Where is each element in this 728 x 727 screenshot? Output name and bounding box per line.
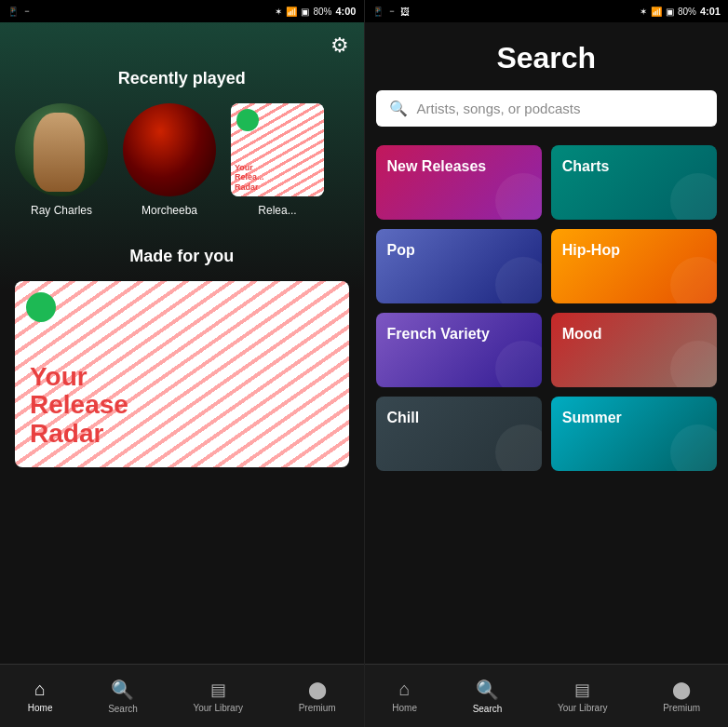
release-label: Relea...	[258, 204, 296, 217]
spotify-logo-radar	[26, 292, 56, 322]
search-icon-right: 🔍	[476, 679, 499, 701]
search-bar-placeholder: Artists, songs, or podcasts	[417, 101, 581, 116]
nav-label-search-left: Search	[108, 704, 138, 714]
left-main-content: ⚙ Recently played Ray Charles Morcheeba …	[0, 22, 364, 664]
nav-home-right[interactable]: ⌂ Home	[392, 679, 417, 713]
home-icon-left: ⌂	[34, 679, 46, 700]
time-right: 4:01	[700, 6, 721, 17]
cat-deco-pop	[495, 257, 542, 303]
category-label-hiphop: Hip-Hop	[562, 242, 620, 259]
wifi-icon: 📶	[286, 7, 297, 17]
made-for-you-section: Made for you Your Release Radar	[0, 247, 364, 467]
nav-premium-right[interactable]: ⬤ Premium	[663, 680, 700, 713]
right-main-content: Search 🔍 Artists, songs, or podcasts New…	[365, 22, 729, 664]
signal-icon: ▣	[301, 7, 309, 17]
nav-label-search-right: Search	[473, 704, 503, 714]
artist-name-morcheeba: Morcheeba	[142, 204, 197, 217]
category-french-variety[interactable]: French Variety	[376, 313, 542, 387]
cat-deco-french	[495, 341, 542, 387]
battery-left: 80%	[313, 7, 331, 17]
search-icon-left: 🔍	[111, 679, 134, 701]
recently-played-title: Recently played	[0, 69, 364, 88]
made-for-you-title: Made for you	[15, 247, 349, 266]
wifi-icon-right: 📶	[651, 7, 662, 17]
category-chill[interactable]: Chill	[376, 397, 542, 471]
release-radar-card[interactable]: Your Release Radar	[15, 281, 349, 467]
bluetooth-icon-right: ✶	[640, 7, 647, 17]
status-bar-left: 📱 － ✶ 📶 ▣ 80% 4:00	[0, 0, 364, 22]
cat-deco-hiphop	[670, 257, 717, 303]
search-bar[interactable]: 🔍 Artists, songs, or podcasts	[376, 90, 718, 127]
nav-search-right[interactable]: 🔍 Search	[473, 679, 503, 714]
bottom-nav-left: ⌂ Home 🔍 Search ▤ Your Library ⬤ Premium	[0, 664, 364, 727]
premium-icon-right: ⬤	[672, 680, 691, 700]
spotify-logo-small	[236, 109, 259, 131]
nav-label-premium-right: Premium	[663, 703, 700, 713]
search-page-title: Search	[376, 41, 718, 75]
category-label-french: French Variety	[387, 326, 490, 343]
nav-premium-left[interactable]: ⬤ Premium	[299, 680, 336, 713]
search-bar-icon: 🔍	[389, 100, 408, 117]
categories-grid: New Releases Charts Pop Hip-Hop French V…	[376, 145, 718, 471]
artist-card-release[interactable]: YourRelea...Radar Relea...	[231, 103, 324, 217]
artist-name-ray: Ray Charles	[31, 204, 92, 217]
artist-card-ray[interactable]: Ray Charles	[15, 103, 108, 217]
nav-label-home-right: Home	[392, 703, 417, 713]
category-pop[interactable]: Pop	[376, 229, 542, 303]
category-label-chill: Chill	[387, 410, 420, 426]
category-label-mood: Mood	[562, 326, 602, 343]
category-label-new-releases: New Releases	[387, 158, 487, 175]
nav-label-library-left: Your Library	[193, 703, 243, 713]
category-hiphop[interactable]: Hip-Hop	[551, 229, 717, 303]
nav-library-left[interactable]: ▤ Your Library	[193, 680, 243, 713]
battery-right: 80%	[678, 7, 696, 17]
left-phone-panel: 📱 － ✶ 📶 ▣ 80% 4:00 ⚙ Recently played Ray…	[0, 0, 364, 727]
library-icon-right: ▤	[574, 680, 590, 700]
cat-deco-chill	[495, 424, 542, 471]
settings-icon[interactable]: ⚙	[330, 34, 349, 58]
artist-avatar-ray	[15, 103, 108, 196]
artist-card-morcheeba[interactable]: Morcheeba	[123, 103, 216, 217]
bottom-nav-right: ⌂ Home 🔍 Search ▤ Your Library ⬤ Premium	[365, 664, 729, 727]
premium-icon-left: ⬤	[308, 680, 327, 700]
nav-label-library-right: Your Library	[558, 703, 608, 713]
left-header: ⚙	[0, 22, 364, 61]
category-label-pop: Pop	[387, 242, 415, 259]
minus-icon: －	[22, 5, 32, 18]
notification-icon: 📱	[7, 7, 19, 17]
status-bar-right: 📱 － 🖼 ✶ 📶 ▣ 80% 4:01	[365, 0, 729, 22]
signal-icon-right: ▣	[666, 7, 674, 17]
nav-library-right[interactable]: ▤ Your Library	[558, 680, 608, 713]
cat-deco-charts	[670, 173, 717, 220]
nav-home-left[interactable]: ⌂ Home	[28, 679, 53, 713]
cat-deco-mood	[670, 341, 717, 387]
time-left: 4:00	[335, 6, 356, 17]
release-radar-title: Your Release Radar	[30, 363, 128, 449]
category-mood[interactable]: Mood	[551, 313, 717, 387]
category-new-releases[interactable]: New Releases	[376, 145, 542, 220]
nav-label-home-left: Home	[28, 703, 53, 713]
category-summer[interactable]: Summer	[551, 397, 717, 471]
cat-deco-summer	[670, 424, 717, 471]
home-icon-right: ⌂	[399, 679, 411, 700]
category-charts[interactable]: Charts	[551, 145, 717, 220]
minus-icon-right: －	[387, 5, 397, 18]
recently-played-row: Ray Charles Morcheeba YourRelea...Radar …	[0, 103, 364, 217]
category-label-charts: Charts	[562, 158, 610, 175]
bluetooth-icon: ✶	[275, 7, 282, 17]
notification-icon-right: 📱	[372, 7, 384, 17]
artist-avatar-release: YourRelea...Radar	[231, 103, 324, 196]
artist-avatar-morcheeba	[123, 103, 216, 196]
release-text-small: YourRelea...Radar	[235, 163, 264, 193]
right-phone-panel: 📱 － 🖼 ✶ 📶 ▣ 80% 4:01 Search 🔍 Artists, s…	[365, 0, 729, 727]
image-icon-right: 🖼	[400, 7, 410, 17]
nav-search-left[interactable]: 🔍 Search	[108, 679, 138, 714]
category-label-summer: Summer	[562, 410, 622, 426]
nav-label-premium-left: Premium	[299, 703, 336, 713]
cat-deco-new-releases	[495, 173, 542, 220]
library-icon-left: ▤	[210, 680, 226, 700]
